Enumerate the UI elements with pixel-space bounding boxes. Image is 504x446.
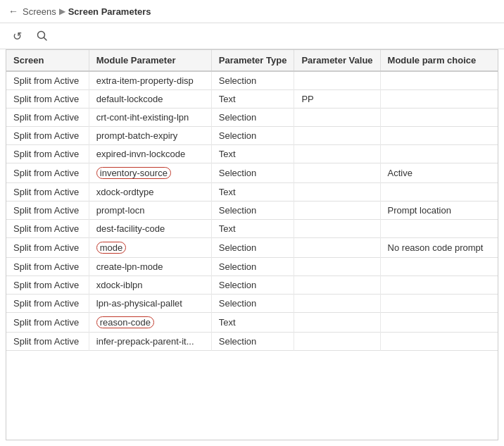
cell-param-value bbox=[294, 127, 380, 145]
cell-screen: Split from Active bbox=[6, 333, 89, 351]
cell-module-param: crt-cont-iht-existing-lpn bbox=[89, 109, 211, 127]
cell-module-param: mode bbox=[89, 238, 211, 258]
cell-screen: Split from Active bbox=[6, 276, 89, 295]
breadcrumb: Screens ▶ Screen Parameters bbox=[23, 6, 151, 17]
cell-mod-choice: Active bbox=[380, 163, 498, 183]
cell-module-param: infer-prepack-parent-it... bbox=[89, 333, 211, 351]
cell-param-value bbox=[294, 109, 380, 127]
table-row[interactable]: Split from Activedefault-lockcodeTextPP bbox=[6, 90, 498, 109]
refresh-button[interactable]: ↺ bbox=[8, 27, 25, 44]
table-row[interactable]: Split from Activexdock-iblpnSelection bbox=[6, 276, 498, 295]
table-row[interactable]: Split from Activeinventory-sourceSelecti… bbox=[6, 163, 498, 183]
cell-param-type: Selection bbox=[211, 276, 294, 295]
cell-mod-choice bbox=[380, 220, 498, 238]
cell-param-type: Selection bbox=[211, 333, 294, 351]
breadcrumb-screens[interactable]: Screens bbox=[23, 6, 56, 17]
cell-screen: Split from Active bbox=[6, 127, 89, 145]
cell-mod-choice bbox=[380, 90, 498, 109]
cell-mod-choice bbox=[380, 183, 498, 202]
cell-param-value bbox=[294, 295, 380, 313]
cell-mod-choice bbox=[380, 333, 498, 351]
cell-mod-choice bbox=[380, 71, 498, 90]
cell-param-value bbox=[294, 71, 380, 90]
cell-param-type: Text bbox=[211, 313, 294, 333]
cell-module-param: prompt-locn bbox=[89, 202, 211, 220]
cell-mod-choice bbox=[380, 276, 498, 295]
table-row[interactable]: Split from Activedest-facility-codeText bbox=[6, 220, 498, 238]
svg-line-1 bbox=[44, 38, 47, 41]
col-header-screen: Screen bbox=[6, 50, 89, 71]
table-container: Screen Module Parameter Parameter Type P… bbox=[6, 49, 498, 440]
cell-screen: Split from Active bbox=[6, 295, 89, 313]
cell-param-value bbox=[294, 145, 380, 163]
cell-param-type: Text bbox=[211, 183, 294, 202]
cell-param-value: PP bbox=[294, 90, 380, 109]
cell-module-param: inventory-source bbox=[89, 163, 211, 183]
cell-param-type: Selection bbox=[211, 127, 294, 145]
cell-screen: Split from Active bbox=[6, 183, 89, 202]
cell-screen: Split from Active bbox=[6, 163, 89, 183]
table-row[interactable]: Split from ActivemodeSelectionNo reason … bbox=[6, 238, 498, 258]
cell-mod-choice bbox=[380, 313, 498, 333]
cell-mod-choice bbox=[380, 145, 498, 163]
cell-param-value bbox=[294, 202, 380, 220]
table-row[interactable]: Split from Activeexpired-invn-lockcodeTe… bbox=[6, 145, 498, 163]
cell-module-param: xdock-iblpn bbox=[89, 276, 211, 295]
cell-mod-choice bbox=[380, 258, 498, 276]
table-row[interactable]: Split from Activecrt-cont-iht-existing-l… bbox=[6, 109, 498, 127]
breadcrumb-current: Screen Parameters bbox=[68, 6, 151, 17]
back-button[interactable]: ← bbox=[8, 6, 18, 17]
cell-param-value bbox=[294, 220, 380, 238]
cell-mod-choice bbox=[380, 109, 498, 127]
table-row[interactable]: Split from Activexdock-ordtypeText bbox=[6, 183, 498, 202]
col-header-paramtype: Parameter Type bbox=[211, 50, 294, 71]
cell-param-type: Text bbox=[211, 145, 294, 163]
table-row[interactable]: Split from Activeextra-item-property-dis… bbox=[6, 71, 498, 90]
cell-param-type: Selection bbox=[211, 258, 294, 276]
cell-module-param: expired-invn-lockcode bbox=[89, 145, 211, 163]
cell-screen: Split from Active bbox=[6, 71, 89, 90]
cell-module-param: xdock-ordtype bbox=[89, 183, 211, 202]
cell-module-param: dest-facility-code bbox=[89, 220, 211, 238]
cell-module-param: prompt-batch-expiry bbox=[89, 127, 211, 145]
table-header-row: Screen Module Parameter Parameter Type P… bbox=[6, 50, 498, 71]
cell-param-type: Text bbox=[211, 90, 294, 109]
cell-mod-choice: Prompt location bbox=[380, 202, 498, 220]
table-row[interactable]: Split from Activereason-codeText bbox=[6, 313, 498, 333]
cell-module-param: lpn-as-physical-pallet bbox=[89, 295, 211, 313]
cell-param-type: Selection bbox=[211, 71, 294, 90]
cell-module-param: reason-code bbox=[89, 313, 211, 333]
cell-screen: Split from Active bbox=[6, 145, 89, 163]
cell-param-value bbox=[294, 163, 380, 183]
table-row[interactable]: Split from Activelpn-as-physical-palletS… bbox=[6, 295, 498, 313]
cell-param-type: Selection bbox=[211, 202, 294, 220]
search-button[interactable] bbox=[34, 27, 51, 44]
table-row[interactable]: Split from Activeprompt-locnSelectionPro… bbox=[6, 202, 498, 220]
cell-param-value bbox=[294, 183, 380, 202]
col-header-modchoice: Module parm choice bbox=[380, 50, 498, 71]
cell-param-value bbox=[294, 313, 380, 333]
cell-screen: Split from Active bbox=[6, 220, 89, 238]
breadcrumb-separator: ▶ bbox=[59, 6, 65, 16]
table-row[interactable]: Split from Activecreate-lpn-modeSelectio… bbox=[6, 258, 498, 276]
table-row[interactable]: Split from Activeprompt-batch-expirySele… bbox=[6, 127, 498, 145]
col-header-paramval: Parameter Value bbox=[294, 50, 380, 71]
cell-param-type: Selection bbox=[211, 238, 294, 258]
cell-param-value bbox=[294, 276, 380, 295]
toolbar: ↺ bbox=[0, 23, 504, 49]
col-header-module: Module Parameter bbox=[89, 50, 211, 71]
cell-param-value bbox=[294, 333, 380, 351]
cell-mod-choice bbox=[380, 127, 498, 145]
table-row[interactable]: Split from Activeinfer-prepack-parent-it… bbox=[6, 333, 498, 351]
cell-screen: Split from Active bbox=[6, 202, 89, 220]
cell-screen: Split from Active bbox=[6, 313, 89, 333]
cell-param-type: Text bbox=[211, 220, 294, 238]
cell-param-type: Selection bbox=[211, 295, 294, 313]
cell-screen: Split from Active bbox=[6, 109, 89, 127]
table-body: Split from Activeextra-item-property-dis… bbox=[6, 71, 498, 351]
parameters-table: Screen Module Parameter Parameter Type P… bbox=[6, 50, 498, 351]
cell-param-type: Selection bbox=[211, 109, 294, 127]
cell-screen: Split from Active bbox=[6, 258, 89, 276]
cell-mod-choice: No reason code prompt bbox=[380, 238, 498, 258]
cell-module-param: extra-item-property-disp bbox=[89, 71, 211, 90]
